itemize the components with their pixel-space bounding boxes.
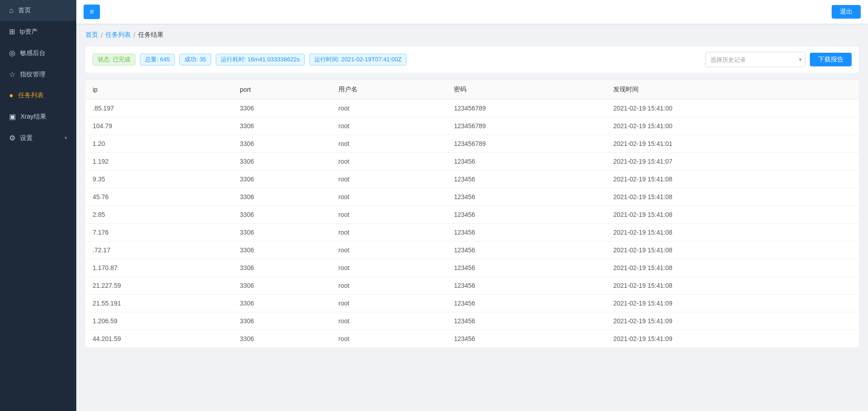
home-icon: ⌂ xyxy=(9,6,14,15)
table-row: 44.201.59 3306 root 123456 2021-02-19 15… xyxy=(85,330,859,348)
sidebar-item-settings[interactable]: ⚙ 设置 ▾ xyxy=(0,127,76,149)
sidebar-item-label: 指纹管理 xyxy=(20,70,45,79)
cell-username: root xyxy=(331,135,446,153)
fingerprint-icon: ☆ xyxy=(9,70,15,79)
sidebar-item-xray[interactable]: ▣ Xray结果 xyxy=(0,106,76,127)
cell-username: root xyxy=(331,188,446,206)
cell-time: 2021-02-19 15:41:07 xyxy=(606,153,859,170)
cell-username: root xyxy=(331,117,446,135)
cell-username: root xyxy=(331,295,446,312)
cell-ip: 1.170.87 xyxy=(85,259,233,277)
cell-password: 123456789 xyxy=(446,135,606,153)
cell-ip: .72.17 xyxy=(85,241,233,259)
cell-port: 3306 xyxy=(233,330,331,348)
sidebar-item-label: 敏感后台 xyxy=(20,49,45,57)
settings-icon: ⚙ xyxy=(9,134,15,142)
cell-ip: 7.176 xyxy=(85,224,233,241)
results-table: ip port 用户名 密码 发现时间 .85.197 3306 root 12… xyxy=(85,80,859,348)
cell-ip: 1.192 xyxy=(85,153,233,170)
cell-time: 2021-02-19 15:41:08 xyxy=(606,188,859,206)
cell-username: root xyxy=(331,259,446,277)
cell-username: root xyxy=(331,170,446,188)
cell-port: 3306 xyxy=(233,295,331,312)
cell-username: root xyxy=(331,206,446,224)
breadcrumb-sep1: / xyxy=(101,31,103,39)
cell-ip: 2.85 xyxy=(85,206,233,224)
sensitive-icon: ◎ xyxy=(9,49,15,57)
history-select[interactable]: 选择历史记录 xyxy=(705,52,805,67)
table-header-row: ip port 用户名 密码 发现时间 xyxy=(85,80,859,100)
cell-time: 2021-02-19 15:41:08 xyxy=(606,170,859,188)
cell-port: 3306 xyxy=(233,117,331,135)
status-badge-total: 总量: 645 xyxy=(140,54,175,65)
cell-password: 123456 xyxy=(446,224,606,241)
sidebar-item-task-list[interactable]: ● 任务列表 xyxy=(0,85,76,106)
breadcrumb-current: 任务结果 xyxy=(138,31,164,39)
sidebar-item-label: Ip资产 xyxy=(20,28,38,36)
status-badge-state: 状态: 已完成 xyxy=(93,54,135,65)
cell-time: 2021-02-19 15:41:08 xyxy=(606,241,859,259)
table-row: .72.17 3306 root 123456 2021-02-19 15:41… xyxy=(85,241,859,259)
sidebar-item-label: 任务列表 xyxy=(18,91,44,100)
breadcrumb: 首页 / 任务列表 / 任务结果 xyxy=(85,31,859,39)
cell-port: 3306 xyxy=(233,188,331,206)
sidebar-item-sensitive[interactable]: ◎ 敏感后台 xyxy=(0,42,76,64)
sidebar-item-fingerprint[interactable]: ☆ 指纹管理 xyxy=(0,64,76,85)
cell-password: 123456 xyxy=(446,153,606,170)
cell-password: 123456789 xyxy=(446,100,606,117)
table-row: 9.35 3306 root 123456 2021-02-19 15:41:0… xyxy=(85,170,859,188)
cell-ip: 9.35 xyxy=(85,170,233,188)
sidebar-item-label: Xray结果 xyxy=(20,113,46,121)
cell-port: 3306 xyxy=(233,277,331,295)
cell-port: 3306 xyxy=(233,153,331,170)
cell-password: 123456 xyxy=(446,188,606,206)
breadcrumb-task-list[interactable]: 任务列表 xyxy=(105,31,131,39)
status-badge-duration: 运行耗时: 16m41.033338622s xyxy=(216,54,305,65)
table-row: 21.227.59 3306 root 123456 2021-02-19 15… xyxy=(85,277,859,295)
cell-ip: 1.20 xyxy=(85,135,233,153)
cell-time: 2021-02-19 15:41:09 xyxy=(606,330,859,348)
cell-password: 123456 xyxy=(446,170,606,188)
breadcrumb-home[interactable]: 首页 xyxy=(85,31,98,39)
download-report-button[interactable]: 下载报告 xyxy=(810,53,852,66)
cell-time: 2021-02-19 15:41:09 xyxy=(606,312,859,330)
cell-port: 3306 xyxy=(233,312,331,330)
logout-button[interactable]: 退出 xyxy=(832,5,861,19)
sidebar-item-ip-assets[interactable]: ⊞ Ip资产 xyxy=(0,21,76,42)
cell-port: 3306 xyxy=(233,135,331,153)
cell-time: 2021-02-19 15:41:08 xyxy=(606,259,859,277)
cell-username: root xyxy=(331,312,446,330)
cell-password: 123456 xyxy=(446,295,606,312)
cell-username: root xyxy=(331,224,446,241)
cell-password: 123456789 xyxy=(446,117,606,135)
cell-username: root xyxy=(331,277,446,295)
cell-time: 2021-02-19 15:41:08 xyxy=(606,224,859,241)
cell-time: 2021-02-19 15:41:00 xyxy=(606,117,859,135)
cell-port: 3306 xyxy=(233,100,331,117)
table-row: 1.192 3306 root 123456 2021-02-19 15:41:… xyxy=(85,153,859,170)
task-icon: ● xyxy=(9,91,14,100)
cell-username: root xyxy=(331,153,446,170)
menu-button[interactable]: ≡ xyxy=(84,5,100,19)
cell-time: 2021-02-19 15:41:09 xyxy=(606,295,859,312)
col-username: 用户名 xyxy=(331,80,446,100)
cell-username: root xyxy=(331,241,446,259)
table-row: .85.197 3306 root 123456789 2021-02-19 1… xyxy=(85,100,859,117)
cell-ip: .85.197 xyxy=(85,100,233,117)
status-bar-actions: 选择历史记录 下载报告 xyxy=(705,52,852,67)
col-password: 密码 xyxy=(446,80,606,100)
table-row: 1.170.87 3306 root 123456 2021-02-19 15:… xyxy=(85,259,859,277)
status-badge-runtime: 运行时间: 2021-02-19T07:41:00Z xyxy=(309,54,407,65)
breadcrumb-sep2: / xyxy=(134,31,135,39)
col-port: port xyxy=(233,80,331,100)
sidebar-item-home[interactable]: ⌂ 首页 xyxy=(0,0,76,21)
status-badge-success: 成功: 35 xyxy=(179,54,211,65)
topbar: ≡ 退出 xyxy=(76,0,868,24)
sidebar-item-label: 首页 xyxy=(18,6,31,15)
table-row: 1.20 3306 root 123456789 2021-02-19 15:4… xyxy=(85,135,859,153)
table-row: 2.85 3306 root 123456 2021-02-19 15:41:0… xyxy=(85,206,859,224)
table-row: 1.206.59 3306 root 123456 2021-02-19 15:… xyxy=(85,312,859,330)
cell-password: 123456 xyxy=(446,206,606,224)
sidebar-item-label: 设置 xyxy=(20,134,33,142)
cell-time: 2021-02-19 15:41:01 xyxy=(606,135,859,153)
